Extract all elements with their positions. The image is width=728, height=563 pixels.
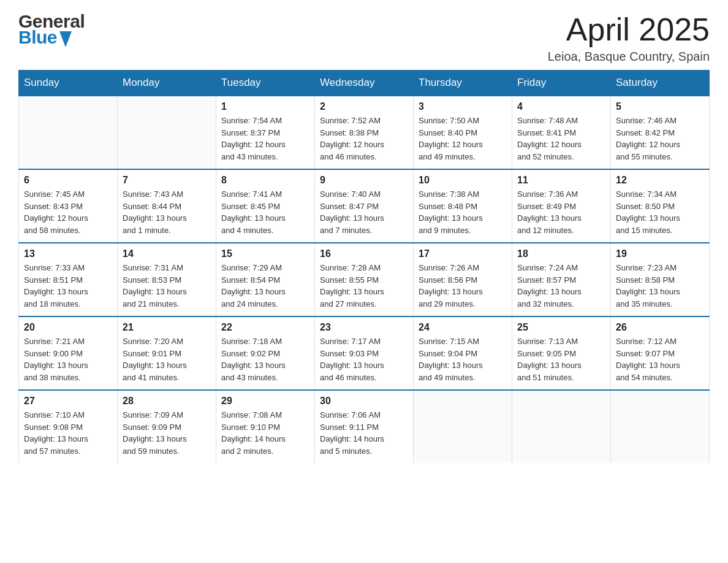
weekday-header-wednesday: Wednesday bbox=[315, 71, 414, 96]
day-number: 17 bbox=[419, 248, 507, 259]
day-info: Sunrise: 7:18 AMSunset: 9:02 PMDaylight:… bbox=[221, 335, 309, 383]
calendar-cell: 16Sunrise: 7:28 AMSunset: 8:55 PMDayligh… bbox=[315, 243, 414, 316]
day-info: Sunrise: 7:28 AMSunset: 8:55 PMDaylight:… bbox=[320, 262, 408, 310]
calendar-cell: 30Sunrise: 7:06 AMSunset: 9:11 PMDayligh… bbox=[315, 390, 414, 463]
calendar-week-row: 6Sunrise: 7:45 AMSunset: 8:43 PMDaylight… bbox=[19, 169, 710, 243]
calendar-week-row: 13Sunrise: 7:33 AMSunset: 8:51 PMDayligh… bbox=[19, 243, 710, 316]
calendar-cell: 2Sunrise: 7:52 AMSunset: 8:38 PMDaylight… bbox=[315, 96, 414, 169]
day-info: Sunrise: 7:38 AMSunset: 8:48 PMDaylight:… bbox=[419, 188, 507, 236]
calendar-cell: 29Sunrise: 7:08 AMSunset: 9:10 PMDayligh… bbox=[216, 390, 315, 463]
calendar-cell: 6Sunrise: 7:45 AMSunset: 8:43 PMDaylight… bbox=[19, 169, 118, 243]
calendar-cell: 18Sunrise: 7:24 AMSunset: 8:57 PMDayligh… bbox=[512, 243, 611, 316]
day-number: 14 bbox=[123, 248, 211, 259]
calendar-week-row: 1Sunrise: 7:54 AMSunset: 8:37 PMDaylight… bbox=[19, 96, 710, 169]
calendar-cell: 25Sunrise: 7:13 AMSunset: 9:05 PMDayligh… bbox=[512, 316, 611, 390]
day-info: Sunrise: 7:29 AMSunset: 8:54 PMDaylight:… bbox=[221, 262, 309, 310]
day-info: Sunrise: 7:33 AMSunset: 8:51 PMDaylight:… bbox=[24, 262, 112, 310]
day-info: Sunrise: 7:41 AMSunset: 8:45 PMDaylight:… bbox=[221, 188, 309, 236]
day-info: Sunrise: 7:40 AMSunset: 8:47 PMDaylight:… bbox=[320, 188, 408, 236]
day-number: 27 bbox=[24, 396, 112, 407]
calendar-cell: 26Sunrise: 7:12 AMSunset: 9:07 PMDayligh… bbox=[611, 316, 710, 390]
calendar-cell bbox=[414, 390, 512, 463]
day-info: Sunrise: 7:43 AMSunset: 8:44 PMDaylight:… bbox=[123, 188, 211, 236]
calendar-cell: 24Sunrise: 7:15 AMSunset: 9:04 PMDayligh… bbox=[414, 316, 512, 390]
day-number: 13 bbox=[24, 248, 112, 259]
logo-arrow-icon bbox=[59, 31, 72, 47]
calendar-cell: 22Sunrise: 7:18 AMSunset: 9:02 PMDayligh… bbox=[216, 316, 315, 390]
day-info: Sunrise: 7:21 AMSunset: 9:00 PMDaylight:… bbox=[24, 335, 112, 383]
day-info: Sunrise: 7:54 AMSunset: 8:37 PMDaylight:… bbox=[221, 115, 309, 163]
calendar-cell: 13Sunrise: 7:33 AMSunset: 8:51 PMDayligh… bbox=[19, 243, 118, 316]
day-number: 26 bbox=[616, 322, 704, 333]
day-number: 5 bbox=[616, 101, 704, 112]
calendar-cell: 27Sunrise: 7:10 AMSunset: 9:08 PMDayligh… bbox=[19, 390, 118, 463]
calendar-cell: 19Sunrise: 7:23 AMSunset: 8:58 PMDayligh… bbox=[611, 243, 710, 316]
page-header: General Blue April 2025 Leioa, Basque Co… bbox=[18, 12, 710, 64]
day-number: 24 bbox=[419, 322, 507, 333]
calendar-cell: 21Sunrise: 7:20 AMSunset: 9:01 PMDayligh… bbox=[118, 316, 216, 390]
day-number: 12 bbox=[616, 175, 704, 186]
month-title: April 2025 bbox=[548, 12, 710, 47]
calendar-week-row: 20Sunrise: 7:21 AMSunset: 9:00 PMDayligh… bbox=[19, 316, 710, 390]
day-info: Sunrise: 7:23 AMSunset: 8:58 PMDaylight:… bbox=[616, 262, 704, 310]
day-info: Sunrise: 7:12 AMSunset: 9:07 PMDaylight:… bbox=[616, 335, 704, 383]
day-info: Sunrise: 7:08 AMSunset: 9:10 PMDaylight:… bbox=[221, 409, 309, 457]
title-section: April 2025 Leioa, Basque Country, Spain bbox=[548, 12, 710, 64]
calendar-cell: 9Sunrise: 7:40 AMSunset: 8:47 PMDaylight… bbox=[315, 169, 414, 243]
day-info: Sunrise: 7:20 AMSunset: 9:01 PMDaylight:… bbox=[123, 335, 211, 383]
calendar-cell: 11Sunrise: 7:36 AMSunset: 8:49 PMDayligh… bbox=[512, 169, 611, 243]
calendar-cell: 4Sunrise: 7:48 AMSunset: 8:41 PMDaylight… bbox=[512, 96, 611, 169]
day-info: Sunrise: 7:36 AMSunset: 8:49 PMDaylight:… bbox=[517, 188, 605, 236]
calendar-cell: 1Sunrise: 7:54 AMSunset: 8:37 PMDaylight… bbox=[216, 96, 315, 169]
day-number: 4 bbox=[517, 101, 605, 112]
calendar-cell: 7Sunrise: 7:43 AMSunset: 8:44 PMDaylight… bbox=[118, 169, 216, 243]
day-number: 16 bbox=[320, 248, 408, 259]
calendar-cell bbox=[118, 96, 216, 169]
calendar-cell bbox=[19, 96, 118, 169]
weekday-header-friday: Friday bbox=[512, 71, 611, 96]
day-number: 20 bbox=[24, 322, 112, 333]
logo-blue-text: Blue bbox=[18, 28, 57, 47]
calendar-table: SundayMondayTuesdayWednesdayThursdayFrid… bbox=[18, 70, 710, 463]
day-info: Sunrise: 7:26 AMSunset: 8:56 PMDaylight:… bbox=[419, 262, 507, 310]
calendar-cell bbox=[512, 390, 611, 463]
day-info: Sunrise: 7:17 AMSunset: 9:03 PMDaylight:… bbox=[320, 335, 408, 383]
calendar-week-row: 27Sunrise: 7:10 AMSunset: 9:08 PMDayligh… bbox=[19, 390, 710, 463]
day-number: 21 bbox=[123, 322, 211, 333]
weekday-header-thursday: Thursday bbox=[414, 71, 512, 96]
weekday-header-row: SundayMondayTuesdayWednesdayThursdayFrid… bbox=[19, 71, 710, 96]
day-number: 28 bbox=[123, 396, 211, 407]
day-info: Sunrise: 7:09 AMSunset: 9:09 PMDaylight:… bbox=[123, 409, 211, 457]
day-info: Sunrise: 7:10 AMSunset: 9:08 PMDaylight:… bbox=[24, 409, 112, 457]
svg-marker-0 bbox=[59, 31, 72, 47]
weekday-header-saturday: Saturday bbox=[611, 71, 710, 96]
day-number: 25 bbox=[517, 322, 605, 333]
day-info: Sunrise: 7:24 AMSunset: 8:57 PMDaylight:… bbox=[517, 262, 605, 310]
calendar-cell: 28Sunrise: 7:09 AMSunset: 9:09 PMDayligh… bbox=[118, 390, 216, 463]
day-info: Sunrise: 7:34 AMSunset: 8:50 PMDaylight:… bbox=[616, 188, 704, 236]
day-number: 23 bbox=[320, 322, 408, 333]
calendar-cell: 12Sunrise: 7:34 AMSunset: 8:50 PMDayligh… bbox=[611, 169, 710, 243]
day-number: 8 bbox=[221, 175, 309, 186]
day-info: Sunrise: 7:13 AMSunset: 9:05 PMDaylight:… bbox=[517, 335, 605, 383]
day-info: Sunrise: 7:52 AMSunset: 8:38 PMDaylight:… bbox=[320, 115, 408, 163]
logo: General Blue bbox=[18, 12, 85, 47]
day-number: 18 bbox=[517, 248, 605, 259]
day-number: 2 bbox=[320, 101, 408, 112]
calendar-cell: 8Sunrise: 7:41 AMSunset: 8:45 PMDaylight… bbox=[216, 169, 315, 243]
location-text: Leioa, Basque Country, Spain bbox=[548, 50, 710, 64]
day-info: Sunrise: 7:48 AMSunset: 8:41 PMDaylight:… bbox=[517, 115, 605, 163]
day-info: Sunrise: 7:31 AMSunset: 8:53 PMDaylight:… bbox=[123, 262, 211, 310]
day-number: 9 bbox=[320, 175, 408, 186]
day-number: 1 bbox=[221, 101, 309, 112]
weekday-header-tuesday: Tuesday bbox=[216, 71, 315, 96]
day-info: Sunrise: 7:50 AMSunset: 8:40 PMDaylight:… bbox=[419, 115, 507, 163]
weekday-header-monday: Monday bbox=[118, 71, 216, 96]
calendar-cell: 15Sunrise: 7:29 AMSunset: 8:54 PMDayligh… bbox=[216, 243, 315, 316]
day-number: 10 bbox=[419, 175, 507, 186]
day-info: Sunrise: 7:46 AMSunset: 8:42 PMDaylight:… bbox=[616, 115, 704, 163]
weekday-header-sunday: Sunday bbox=[19, 71, 118, 96]
day-number: 22 bbox=[221, 322, 309, 333]
day-number: 7 bbox=[123, 175, 211, 186]
calendar-cell: 5Sunrise: 7:46 AMSunset: 8:42 PMDaylight… bbox=[611, 96, 710, 169]
